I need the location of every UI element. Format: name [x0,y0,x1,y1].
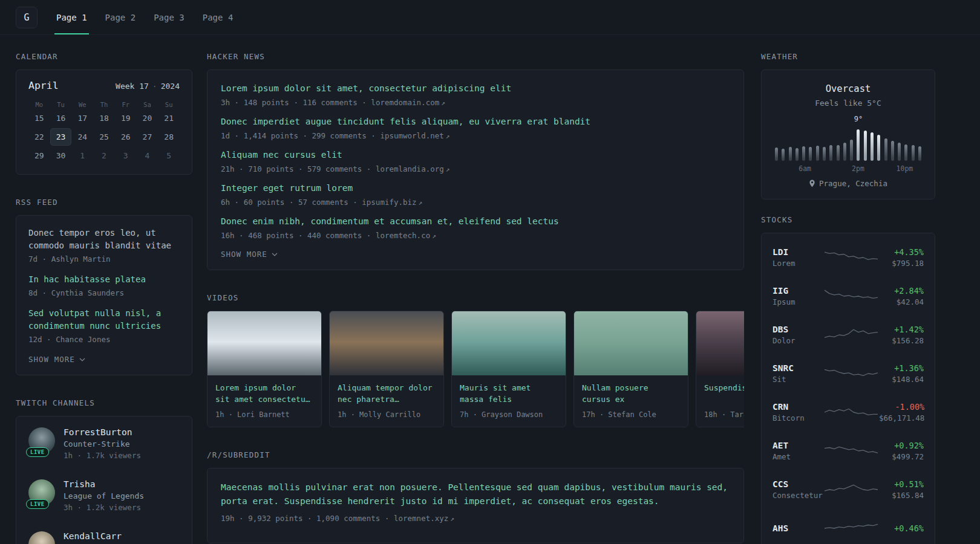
weather-widget: WEATHER Overcast Feels like 5°C 9° 6am2p… [761,52,935,199]
weather-time-label: 10pm [897,164,913,173]
stock-ticker[interactable]: AHS [773,523,788,533]
location-pin-icon [809,180,815,187]
rss-item-title[interactable]: Sed volutpat nulla nisl, a condimentum n… [28,307,180,332]
tab-page-4[interactable]: Page 4 [201,0,235,34]
rss-show-more-button[interactable]: SHOW MORE [28,355,85,364]
calendar-day[interactable]: 24 [71,128,93,146]
hackernews-item-domain-link[interactable]: ipsumworld.net [380,131,443,140]
calendar-day[interactable]: 20 [137,109,158,127]
hackernews-item-title[interactable]: Lorem ipsum dolor sit amet, consectetur … [221,82,730,95]
stock-ticker[interactable]: IIG [773,286,788,296]
video-title[interactable]: Nullam posuere cursus ex [582,382,680,405]
calendar-day[interactable]: 27 [137,128,158,146]
weather-hour-bar [877,135,880,161]
stock-ticker[interactable]: CRN [773,402,788,412]
calendar-day[interactable]: 19 [115,109,137,127]
stock-values: -1.00%$66,171.48 [879,402,924,423]
hackernews-show-more-label: SHOW MORE [221,250,267,259]
calendar-day[interactable]: 15 [28,109,50,127]
subreddit-post: Maecenas mollis pulvinar erat non posuer… [221,481,730,523]
hackernews-item-domain-link[interactable]: loremtech.co [376,231,430,240]
section-label-rss: RSS FEED [16,198,192,207]
calendar-day[interactable]: 22 [28,128,50,146]
hackernews-item-domain-link[interactable]: ipsumify.biz [362,198,416,207]
avatar: LIVE [28,479,55,506]
center-column: HACKER NEWS Lorem ipsum dolor sit amet, … [207,52,744,544]
weather-condition: Overcast [773,83,924,94]
video-thumbnail[interactable] [452,311,566,375]
subreddit-post-title[interactable]: Maecenas mollis pulvinar erat non posuer… [221,481,730,508]
avatar: LIVE [28,427,55,454]
hackernews-item-title[interactable]: Donec enim nibh, condimentum et accumsan… [221,215,730,228]
twitch-channel-meta: 1h · 1.7k viewers [64,451,141,460]
section-label-hackernews: HACKER NEWS [207,52,744,61]
rss-item-title[interactable]: In hac habitasse platea [28,273,180,286]
rss-item-title[interactable]: Donec tempor eros leo, ut commodo mauris… [28,227,180,252]
twitch-channel-info: TrishaLeague of Legends3h · 1.2k viewers [64,479,144,512]
weather-location: Prague, Czechia [773,179,924,188]
calendar-day[interactable]: 30 [50,147,72,164]
video-thumbnail[interactable] [330,311,443,375]
video-card-body: Lorem ipsum dolor sit amet consectetu…1h… [207,375,321,427]
stock-row: SNRCSit+1.36%$148.64 [773,359,924,387]
stock-values: +2.84%$42.04 [879,286,924,306]
hackernews-item-title[interactable]: Integer eget rutrum lorem [221,182,730,195]
stock-price: $499.72 [879,452,924,461]
hackernews-item-title[interactable]: Donec imperdiet augue tincidunt felis al… [221,115,730,128]
twitch-channel-name[interactable]: ForrestBurton [64,427,141,437]
calendar-day[interactable]: 17 [71,109,93,127]
calendar-day[interactable]: 18 [93,109,115,127]
calendar-day[interactable]: 3 [115,147,137,164]
calendar-day[interactable]: 26 [115,128,137,146]
calendar-day[interactable]: 16 [50,109,72,127]
calendar-day[interactable]: 1 [71,147,93,164]
tab-page-3[interactable]: Page 3 [152,0,186,34]
calendar-day-headers: MoTuWeThFrSaSu [28,101,180,108]
video-title[interactable]: Mauris sit amet massa felis [460,382,558,405]
calendar-day[interactable]: 21 [158,109,180,127]
section-label-stocks: STOCKS [761,215,935,224]
hackernews-item-meta: 16h · 468 points · 440 comments · loremt… [221,231,730,240]
tab-page-1[interactable]: Page 1 [54,0,89,34]
twitch-channel-name[interactable]: KendallCarr [64,531,122,541]
stock-row: CCSConsectetur+0.51%$165.84 [773,475,924,504]
sub-item-domain-link[interactable]: loremnet.xyz [394,514,448,523]
weather-card: Overcast Feels like 5°C 9° 6am2pm10pm Pr… [761,70,935,199]
stock-ticker[interactable]: LDI [773,247,788,257]
stock-ticker[interactable]: CCS [773,479,788,489]
live-badge: LIVE [26,447,49,457]
rss-item: Sed volutpat nulla nisl, a condimentum n… [28,307,180,344]
calendar-day[interactable]: 23 [50,128,72,146]
stock-ticker[interactable]: SNRC [773,363,794,373]
video-thumbnail[interactable] [207,311,321,375]
video-thumbnail[interactable] [696,311,744,375]
stock-ticker[interactable]: DBS [773,325,788,334]
hackernews-item-domain-link[interactable]: loremlandia.org [376,164,444,173]
calendar-week-label: Week 17 [116,82,149,91]
video-thumbnail[interactable] [574,311,688,375]
calendar-day-header: Th [93,101,115,108]
hackernews-item-title[interactable]: Aliquam nec cursus elit [221,149,730,161]
weather-bars [775,129,921,161]
external-link-icon: ↗ [432,232,436,240]
calendar-day[interactable]: 5 [158,147,180,164]
video-card-row: Lorem ipsum dolor sit amet consectetu…1h… [207,311,744,427]
hackernews-item-domain-link[interactable]: loremdomain.com [371,98,439,107]
tab-page-2[interactable]: Page 2 [103,0,138,34]
video-title[interactable]: Lorem ipsum dolor sit amet consectetu… [215,382,313,405]
external-link-icon: ↗ [446,132,450,140]
calendar-day[interactable]: 28 [158,128,180,146]
stock-name: Dolor [773,336,823,345]
calendar-day[interactable]: 25 [93,128,115,146]
hackernews-show-more-button[interactable]: SHOW MORE [221,250,278,259]
video-title[interactable]: Aliquam tempor dolor nec pharetra… [338,382,436,405]
stock-name: Sit [773,375,823,384]
calendar-day[interactable]: 2 [93,147,115,164]
twitch-widget: TWITCH CHANNELS LIVEForrestBurtonCounter… [16,398,192,544]
stock-ticker[interactable]: AET [773,441,788,450]
twitch-channel-name[interactable]: Trisha [64,479,144,489]
calendar-day[interactable]: 4 [137,147,158,164]
video-title[interactable]: Suspendisse diam [704,382,744,405]
weather-hour-bar [884,138,887,161]
calendar-day[interactable]: 29 [28,147,50,164]
